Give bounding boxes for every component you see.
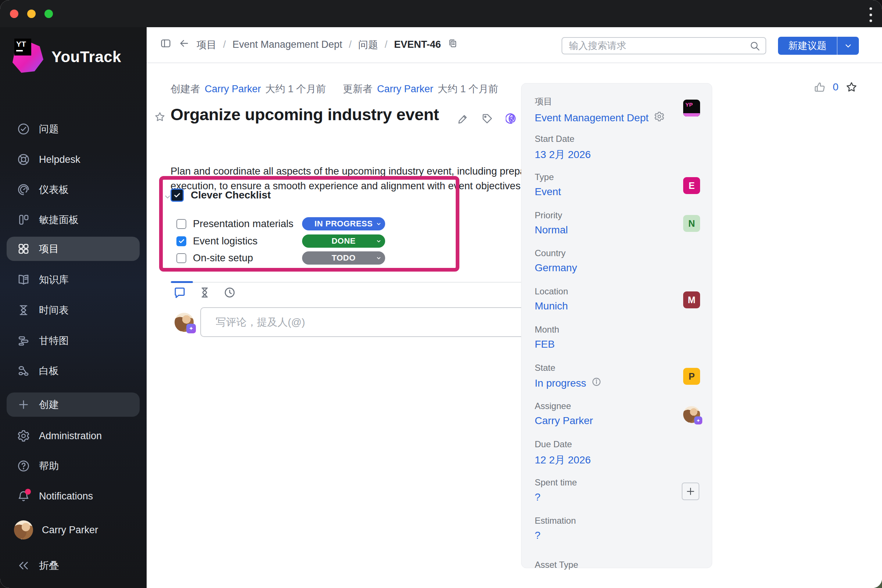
header-divider — [147, 63, 882, 63]
tab-spent-time[interactable] — [197, 285, 212, 300]
favorite-star-icon[interactable] — [154, 111, 166, 124]
sidebar-item-projects[interactable]: 项目 — [7, 237, 140, 261]
ai-mention-icon[interactable] — [506, 112, 518, 125]
search-icon[interactable] — [749, 40, 760, 51]
sidebar-item-notifications[interactable]: Notifications — [7, 484, 140, 508]
field-label: Estimation — [535, 516, 674, 526]
sidebar-item-label: 问题 — [39, 122, 59, 136]
item-checkbox[interactable] — [176, 253, 186, 263]
field-value-link[interactable]: Event Management Dept — [535, 112, 649, 124]
search-input[interactable] — [562, 40, 749, 51]
minimize-window-button[interactable] — [27, 9, 36, 18]
field-label: Location — [535, 286, 674, 297]
sidebar-item-agile-boards[interactable]: 敏捷面板 — [7, 208, 140, 232]
toggle-sidebar-icon[interactable] — [160, 38, 172, 52]
field-value-link[interactable]: Carry Parker — [535, 415, 593, 427]
gear-icon — [17, 429, 30, 442]
sidebar-item-gantt-charts[interactable]: 甘特图 — [7, 328, 140, 353]
info-icon[interactable] — [591, 376, 602, 390]
field-label: Priority — [535, 210, 674, 220]
sidebar-item-profile[interactable]: Carry Parker — [7, 518, 140, 542]
copy-id-icon[interactable] — [448, 38, 458, 51]
item-checkbox[interactable] — [176, 219, 186, 229]
breadcrumb-project-name[interactable]: Event Management Dept — [232, 39, 342, 50]
sidebar-item-help[interactable]: 帮助 — [7, 454, 140, 478]
tab-comments[interactable] — [172, 285, 187, 300]
field-value-link[interactable]: Germany — [535, 262, 577, 274]
new-issue-button[interactable]: 新建议题 — [778, 37, 837, 55]
zoom-window-button[interactable] — [45, 9, 53, 18]
star-icon[interactable] — [845, 81, 858, 93]
project-settings-gear-icon[interactable] — [654, 111, 665, 124]
breadcrumb-issue-id: EVENT-46 — [394, 39, 441, 50]
checklist-item-row: Presentation materials — [176, 217, 294, 230]
field-label: Due Date — [535, 439, 674, 450]
sidebar-item-issues[interactable]: 问题 — [7, 117, 140, 141]
field-value-link[interactable]: Munich — [535, 300, 568, 312]
field-value-link[interactable]: ? — [535, 530, 541, 542]
comment-author-avatar: ✦ — [175, 313, 194, 332]
updated-user-link[interactable]: Carry Parker — [377, 83, 433, 95]
field-value-link[interactable]: 13 2月 2026 — [535, 148, 591, 162]
close-window-button[interactable] — [10, 9, 18, 18]
timesheets-icon — [17, 303, 30, 317]
field-value-link[interactable]: ? — [535, 491, 541, 503]
checklist-header-checkbox[interactable] — [172, 190, 183, 201]
new-issue-dropdown-button[interactable] — [837, 37, 859, 55]
field-due-date: Due Date 12 2月 2026 — [535, 439, 674, 467]
status-pill-dropdown[interactable]: TODO — [302, 251, 385, 265]
created-label: 创建者 — [171, 82, 200, 96]
field-priority: Priority Normal — [535, 210, 674, 236]
add-work-item-button[interactable] — [682, 483, 699, 500]
breadcrumb-projects[interactable]: 项目 — [196, 38, 216, 51]
sidebar-item-administration[interactable]: Administration — [7, 424, 140, 448]
assignee-avatar[interactable]: ✦ — [683, 406, 700, 423]
project-avatar[interactable]: YP — [683, 100, 700, 117]
field-value-link[interactable]: 12 2月 2026 — [535, 453, 591, 467]
status-pill-dropdown[interactable]: IN PROGRESS — [302, 217, 385, 230]
sidebar-collapse-button[interactable]: 折叠 — [7, 554, 140, 578]
create-button[interactable]: 创建 — [7, 393, 140, 417]
user-avatar — [14, 520, 33, 540]
user-name: Carry Parker — [42, 524, 98, 536]
field-month: Month FEB — [535, 324, 674, 350]
created-user-link[interactable]: Carry Parker — [205, 83, 261, 95]
issues-icon — [17, 122, 30, 136]
new-issue-split-button: 新建议题 — [778, 37, 859, 55]
item-label: On-site setup — [193, 252, 253, 264]
sidebar-item-knowledge-base[interactable]: 知识库 — [7, 267, 140, 292]
back-arrow-icon[interactable] — [178, 38, 190, 52]
location-badge: M — [683, 291, 700, 308]
field-project: 项目 Event Management Dept — [535, 96, 674, 124]
youtrack-logo[interactable]: YT YouTrack — [11, 40, 121, 74]
tab-history[interactable] — [222, 285, 237, 300]
dashboards-icon — [17, 183, 30, 196]
sidebar-item-label: 时间表 — [39, 303, 69, 317]
logo-wordmark: YouTrack — [51, 48, 121, 66]
sidebar-item-label: 项目 — [39, 242, 59, 255]
field-value-link[interactable]: FEB — [535, 339, 555, 350]
project-avatar-text: YP — [683, 100, 700, 108]
sidebar-item-dashboards[interactable]: 仪表板 — [7, 177, 140, 202]
field-label: Month — [535, 324, 674, 335]
field-value-link[interactable]: Normal — [535, 224, 568, 236]
edit-pencil-icon[interactable] — [457, 113, 469, 124]
item-checkbox[interactable] — [176, 236, 186, 246]
thumbs-up-icon[interactable] — [814, 81, 826, 93]
status-pill-dropdown[interactable]: DONE — [302, 234, 385, 248]
field-value-link[interactable]: Event — [535, 186, 561, 198]
sidebar-item-timesheets[interactable]: 时间表 — [7, 298, 140, 322]
sidebar-item-label: 帮助 — [39, 459, 59, 472]
fold-chevron-icon[interactable] — [164, 193, 172, 202]
field-start-date: Start Date 13 2月 2026 — [535, 134, 674, 162]
browser-menu-icon[interactable] — [869, 8, 873, 22]
sidebar-item-helpdesk[interactable]: Helpdesk — [7, 147, 140, 172]
field-value-link[interactable]: In progress — [535, 377, 586, 389]
breadcrumb-issues[interactable]: 问题 — [358, 38, 378, 51]
tag-icon[interactable] — [482, 113, 493, 124]
sidebar-item-label: 仪表板 — [39, 183, 69, 196]
item-label: Event logistics — [193, 235, 258, 247]
breadcrumb-separator: / — [223, 39, 226, 50]
sidebar-item-whiteboards[interactable]: 白板 — [7, 358, 140, 383]
bell-icon — [17, 489, 30, 503]
